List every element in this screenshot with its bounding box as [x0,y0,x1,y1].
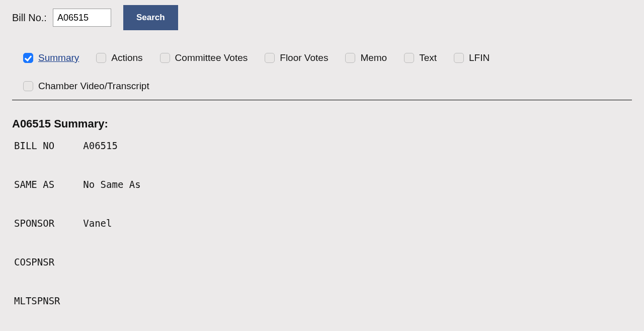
tab-actions[interactable]: Actions [96,52,142,63]
checkbox-icon[interactable] [160,53,170,63]
search-bar: Bill No.: Search [12,0,632,30]
bill-no-input[interactable] [53,9,111,27]
checkbox-icon[interactable] [96,53,106,63]
tab-text[interactable]: Text [404,52,437,63]
tab-label: LFIN [469,52,490,63]
checkbox-icon[interactable] [454,53,464,63]
divider [12,100,632,100]
checkbox-icon[interactable] [23,53,33,63]
checkbox-icon[interactable] [265,53,275,63]
tab-summary[interactable]: Summary [23,52,79,63]
section-tabs: SummaryActionsCommittee VotesFloor Votes… [12,30,632,100]
tab-label: Chamber Video/Transcript [38,81,149,92]
tab-floor-votes[interactable]: Floor Votes [265,52,328,63]
tab-label: Summary [38,52,79,63]
tab-chamber-video-transcript[interactable]: Chamber Video/Transcript [23,81,149,92]
tab-label: Floor Votes [280,52,328,63]
tab-committee-votes[interactable]: Committee Votes [160,52,248,63]
tab-label: Committee Votes [175,52,248,63]
checkbox-icon[interactable] [404,53,414,63]
bill-no-label: Bill No.: [12,12,47,24]
checkbox-icon[interactable] [23,81,33,91]
tab-label: Actions [111,52,142,63]
tab-label: Text [419,52,437,63]
search-button[interactable]: Search [123,5,178,30]
checkbox-icon[interactable] [345,53,355,63]
summary-heading: A06515 Summary: [12,117,632,130]
tab-memo[interactable]: Memo [345,52,387,63]
summary-body: BILL NO A06515 SAME AS No Same As SPONSO… [12,140,632,331]
tab-lfin[interactable]: LFIN [454,52,490,63]
tab-label: Memo [360,52,387,63]
